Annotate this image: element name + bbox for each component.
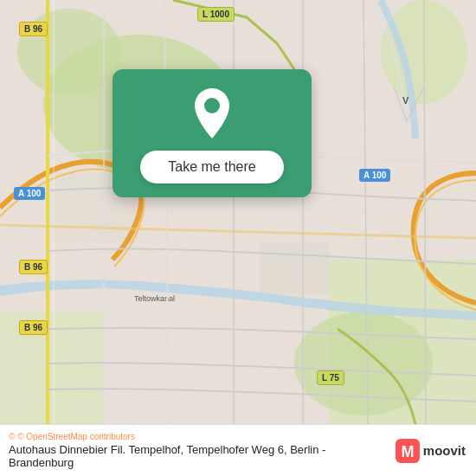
svg-text:Teltowkanal: Teltowkanal [134, 294, 175, 303]
road-label-a100-right: A 100 [359, 169, 390, 182]
location-name: Autohaus Dinnebier Fil. Tempelhof, Tempe… [9, 443, 381, 469]
map-svg: Teltowkanal [0, 0, 476, 424]
moovit-logo: M moovit [396, 439, 466, 463]
svg-text:M: M [401, 443, 414, 460]
road-label-a100-left: A 100 [14, 187, 45, 200]
road-label-b96-mid: B 96 [19, 260, 48, 274]
location-card: Take me there [113, 69, 312, 197]
road-label-l75: L 75 [317, 370, 344, 385]
osm-credit: © © OpenStreetMap contributors [9, 432, 381, 441]
osm-copyright-symbol: © [9, 432, 15, 441]
pin-icon [190, 87, 235, 140]
osm-credit-text: © OpenStreetMap contributors [17, 432, 135, 441]
road-label-b96-top: B 96 [19, 22, 48, 36]
svg-text:V: V [402, 95, 409, 106]
road-label-b96-bot: B 96 [19, 320, 48, 335]
bottom-bar: © © OpenStreetMap contributors Autohaus … [0, 424, 476, 476]
moovit-text: moovit [423, 443, 466, 458]
road-label-l1000: L 1000 [197, 7, 235, 22]
svg-point-11 [204, 98, 220, 113]
moovit-icon: M [396, 439, 420, 463]
bottom-info: © © OpenStreetMap contributors Autohaus … [9, 432, 381, 469]
map-container: Teltowkanal [0, 0, 476, 424]
take-me-there-button[interactable]: Take me there [140, 151, 283, 183]
svg-rect-7 [260, 242, 329, 294]
